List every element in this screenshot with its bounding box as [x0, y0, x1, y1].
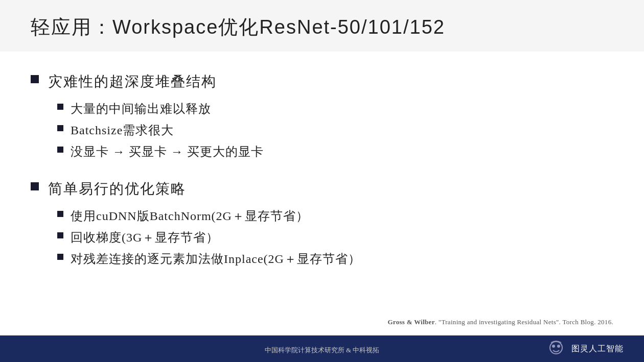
section2-sub-bullets: 使用cuDNN版BatchNorm(2G＋显存节省） 回收梯度(3G＋显存节省）…	[57, 208, 613, 272]
section1-sub1: 大量的中间输出难以释放	[71, 101, 211, 117]
section2-label: 简单易行的优化策略	[48, 179, 186, 199]
slide-title: 轻应用：Workspace优化ResNet-50/101/152	[31, 14, 613, 40]
sub-bullet-icon	[57, 125, 63, 131]
section2-sub3: 对残差连接的逐元素加法做Inplace(2G＋显存节省）	[71, 251, 361, 267]
sub-bullet-icon	[57, 104, 63, 110]
sub-bullet-icon	[57, 147, 63, 153]
title-area: 轻应用：Workspace优化ResNet-50/101/152	[0, 0, 644, 52]
list-item: 对残差连接的逐元素加法做Inplace(2G＋显存节省）	[57, 251, 613, 267]
section1-sub2: Batchsize需求很大	[71, 122, 174, 138]
list-item: 大量的中间输出难以释放	[57, 101, 613, 117]
section2-bullet-icon	[31, 182, 39, 190]
list-item: Batchsize需求很大	[57, 122, 613, 138]
footer: 图灵人工智能 中国科学院计算技术研究所 & 中科视拓	[0, 335, 644, 362]
list-item: 没显卡 → 买显卡 → 买更大的显卡	[57, 143, 613, 160]
list-item: 回收梯度(3G＋显存节省）	[57, 229, 613, 246]
section1-label: 灾难性的超深度堆叠结构	[48, 72, 217, 91]
sub-bullet-icon	[57, 254, 63, 260]
content-area: 灾难性的超深度堆叠结构 大量的中间输出难以释放 Batchsize需求很大 没显…	[0, 52, 644, 362]
section2-sub1: 使用cuDNN版BatchNorm(2G＋显存节省）	[71, 208, 309, 224]
section2-sub2: 回收梯度(3G＋显存节省）	[71, 229, 219, 246]
citation: Gross & Wilber. "Training and investigat…	[387, 318, 613, 326]
section1-bullet-icon	[31, 75, 39, 83]
section2-bullet: 简单易行的优化策略	[31, 179, 613, 199]
section1-sub3: 没显卡 → 买显卡 → 买更大的显卡	[71, 143, 264, 160]
section1-sub-bullets: 大量的中间输出难以释放 Batchsize需求很大 没显卡 → 买显卡 → 买更…	[57, 101, 613, 165]
citation-rest: . "Training and investigating Residual N…	[435, 318, 613, 326]
footer-sub-text: 中国科学院计算技术研究所 & 中科视拓	[0, 346, 644, 355]
list-item: 使用cuDNN版BatchNorm(2G＋显存节省）	[57, 208, 613, 224]
citation-bold: Gross & Wilber	[387, 318, 434, 326]
sub-bullet-icon	[57, 232, 63, 238]
sub-bullet-icon	[57, 211, 63, 217]
slide: 轻应用：Workspace优化ResNet-50/101/152 灾难性的超深度…	[0, 0, 644, 362]
section1-bullet: 灾难性的超深度堆叠结构	[31, 72, 613, 91]
